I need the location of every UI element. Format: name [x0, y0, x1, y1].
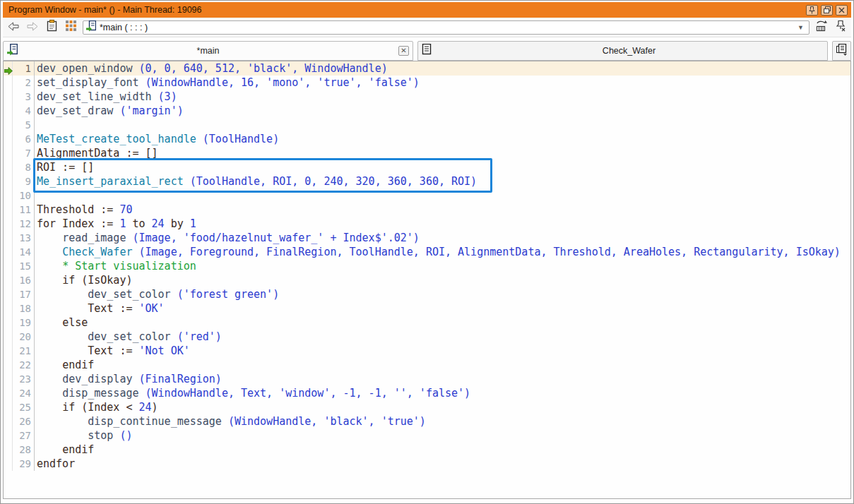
- breakpoint-margin[interactable]: [4, 358, 13, 372]
- unpin-button[interactable]: [834, 20, 848, 35]
- code-line[interactable]: 7AlignmentData := []: [4, 146, 850, 160]
- code-line[interactable]: 13 read_image (Image, 'food/hazelnut_waf…: [4, 231, 850, 245]
- line-number: 22: [13, 358, 35, 372]
- line-number: 10: [13, 188, 35, 203]
- code-line[interactable]: 17 dev_set_color ('forest green'): [4, 287, 850, 301]
- code-text: Threshold := 70: [35, 203, 132, 217]
- code-line[interactable]: 6MeTest_create_tool_handle (ToolHandle): [4, 132, 850, 146]
- code-line[interactable]: 3dev_set_line_width (3): [4, 90, 850, 104]
- code-line[interactable]: 24 disp_message (WindowHandle, Text, 'wi…: [4, 386, 850, 400]
- breakpoint-margin[interactable]: [4, 231, 13, 245]
- code-line[interactable]: 16 if (IsOkay): [4, 273, 850, 287]
- chevron-down-icon[interactable]: ▼: [795, 24, 807, 31]
- code-line[interactable]: 5: [4, 118, 850, 132]
- breakpoint-margin[interactable]: [4, 316, 13, 330]
- code-text: endif: [35, 443, 94, 457]
- tab-check-wafer[interactable]: Check_Wafer: [417, 41, 828, 61]
- code-line[interactable]: 29endfor: [4, 457, 850, 471]
- tab-close-button[interactable]: ✕: [398, 46, 409, 56]
- code-lines: 1dev_open_window (0, 0, 640, 512, 'black…: [4, 61, 850, 471]
- breakpoint-margin[interactable]: [4, 203, 13, 217]
- code-line[interactable]: 18 Text := 'OK': [4, 301, 850, 316]
- breakpoint-margin[interactable]: [4, 118, 13, 132]
- code-editor[interactable]: 1dev_open_window (0, 0, 640, 512, 'black…: [3, 61, 851, 499]
- restore-button[interactable]: [821, 5, 833, 16]
- code-text: MeTest_create_tool_handle (ToolHandle): [35, 132, 279, 146]
- breakpoint-margin[interactable]: [4, 174, 13, 188]
- code-line[interactable]: 11Threshold := 70: [4, 203, 850, 217]
- breakpoint-margin[interactable]: [4, 457, 13, 471]
- breakpoint-margin[interactable]: [4, 428, 13, 443]
- breakpoint-margin[interactable]: [4, 245, 13, 259]
- code-text: dev_open_window (0, 0, 640, 512, 'black'…: [35, 61, 388, 76]
- breakpoint-margin[interactable]: [4, 287, 13, 301]
- code-text: endfor: [35, 457, 75, 471]
- breakpoint-margin[interactable]: [4, 188, 13, 203]
- breakpoint-margin[interactable]: [4, 372, 13, 386]
- breakpoint-margin[interactable]: [4, 217, 13, 231]
- breakpoint-margin[interactable]: [4, 301, 13, 316]
- code-line[interactable]: 8ROI := []: [4, 160, 850, 174]
- breakpoint-margin[interactable]: [4, 132, 13, 146]
- procedure-doc-icon: [422, 44, 432, 58]
- line-number: 12: [13, 217, 35, 231]
- code-line[interactable]: 14 Check_Wafer (Image, Foreground, Final…: [4, 245, 850, 259]
- code-line[interactable]: 21 Text := 'Not OK': [4, 344, 850, 358]
- close-button[interactable]: [836, 5, 848, 16]
- breakpoint-margin[interactable]: [4, 330, 13, 344]
- code-line[interactable]: 23 dev_display (FinalRegion): [4, 372, 850, 386]
- line-number: 25: [13, 400, 35, 414]
- code-text: endif: [35, 358, 94, 372]
- code-text: for Index := 1 to 24 by 1: [35, 217, 196, 231]
- breakpoint-margin[interactable]: [4, 76, 13, 90]
- breakpoint-margin[interactable]: [4, 160, 13, 174]
- procedure-combo[interactable]: *main ( : : : ) ▼: [83, 20, 809, 35]
- breakpoint-margin[interactable]: [4, 273, 13, 287]
- pin-button[interactable]: [806, 5, 818, 16]
- clipboard-icon: [47, 20, 57, 35]
- code-line[interactable]: 28 endif: [4, 443, 850, 457]
- line-number: 19: [13, 316, 35, 330]
- pin-x-icon: [835, 20, 846, 35]
- line-number: 7: [13, 146, 35, 160]
- breakpoint-margin[interactable]: [4, 400, 13, 414]
- code-line[interactable]: 10: [4, 188, 850, 203]
- code-text: read_image (Image, 'food/hazelnut_wafer_…: [35, 231, 420, 245]
- code-line[interactable]: 25 if (Index < 24): [4, 400, 850, 414]
- tab-main-label: *main: [20, 46, 396, 56]
- code-line[interactable]: 12for Index := 1 to 24 by 1: [4, 217, 850, 231]
- code-line[interactable]: 1dev_open_window (0, 0, 640, 512, 'black…: [4, 61, 850, 76]
- breakpoint-margin[interactable]: [4, 414, 13, 428]
- breakpoint-margin[interactable]: [4, 104, 13, 118]
- code-line[interactable]: 26 disp_continue_message (WindowHandle, …: [4, 414, 850, 428]
- code-line[interactable]: 4dev_set_draw ('margin'): [4, 104, 850, 118]
- line-number: 20: [13, 330, 35, 344]
- breakpoint-margin[interactable]: [4, 443, 13, 457]
- window-title: Program Window - main* () - Main Thread:…: [8, 5, 803, 15]
- line-number: 17: [13, 287, 35, 301]
- grid-button[interactable]: [64, 20, 78, 35]
- code-line[interactable]: 22 endif: [4, 358, 850, 372]
- close-icon: [838, 7, 845, 13]
- open-in-new-window-button[interactable]: [814, 20, 829, 35]
- breakpoint-margin[interactable]: [4, 259, 13, 273]
- breakpoint-margin[interactable]: [4, 344, 13, 358]
- clipboard-button[interactable]: [45, 20, 59, 35]
- code-line[interactable]: 27 stop (): [4, 428, 850, 443]
- code-line[interactable]: 9Me_insert_paraxial_rect (ToolHandle, RO…: [4, 174, 850, 188]
- code-line[interactable]: 20 dev_set_color ('red'): [4, 330, 850, 344]
- code-text: set_display_font (WindowHandle, 16, 'mon…: [35, 76, 420, 90]
- breakpoint-margin[interactable]: [4, 90, 13, 104]
- breakpoint-margin[interactable]: [4, 146, 13, 160]
- line-number: 8: [13, 160, 35, 174]
- breakpoint-margin[interactable]: [4, 386, 13, 400]
- code-text: Check_Wafer (Image, Foreground, FinalReg…: [35, 245, 841, 259]
- code-line[interactable]: 2set_display_font (WindowHandle, 16, 'mo…: [4, 76, 850, 90]
- code-line[interactable]: 19 else: [4, 316, 850, 330]
- tab-list-button[interactable]: [832, 41, 851, 61]
- back-button[interactable]: [6, 20, 20, 35]
- forward-button[interactable]: [25, 20, 40, 35]
- tab-main[interactable]: *main ✕: [3, 41, 413, 61]
- code-line[interactable]: 15 * Start visualization: [4, 259, 850, 273]
- code-text: dev_set_draw ('margin'): [35, 104, 184, 118]
